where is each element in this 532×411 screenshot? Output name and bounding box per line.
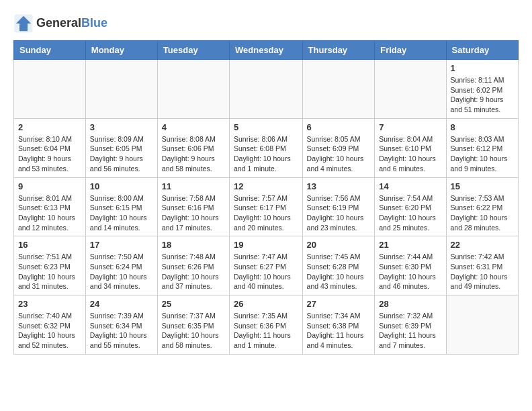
day-info: Sunrise: 7:45 AM Sunset: 6:28 PM Dayligh… xyxy=(307,252,371,291)
logo-icon xyxy=(13,13,34,34)
calendar-cell: 3Sunrise: 8:09 AM Sunset: 6:05 PM Daylig… xyxy=(85,118,157,177)
week-row-3: 16Sunrise: 7:51 AM Sunset: 6:23 PM Dayli… xyxy=(14,236,519,295)
calendar-cell xyxy=(446,295,518,355)
day-number: 1 xyxy=(451,63,514,73)
calendar-cell: 5Sunrise: 8:06 AM Sunset: 6:08 PM Daylig… xyxy=(230,118,303,177)
day-info: Sunrise: 7:32 AM Sunset: 6:39 PM Dayligh… xyxy=(379,311,441,351)
calendar-cell: 16Sunrise: 7:51 AM Sunset: 6:23 PM Dayli… xyxy=(14,236,86,295)
weekday-header-tuesday: Tuesday xyxy=(157,41,229,60)
day-info: Sunrise: 7:42 AM Sunset: 6:31 PM Dayligh… xyxy=(451,252,514,291)
day-number: 26 xyxy=(234,299,298,309)
calendar-cell: 7Sunrise: 8:04 AM Sunset: 6:10 PM Daylig… xyxy=(375,118,446,177)
calendar-cell: 15Sunrise: 7:53 AM Sunset: 6:22 PM Dayli… xyxy=(446,177,518,236)
day-info: Sunrise: 7:48 AM Sunset: 6:26 PM Dayligh… xyxy=(162,252,225,291)
calendar-cell: 19Sunrise: 7:47 AM Sunset: 6:27 PM Dayli… xyxy=(230,236,303,295)
day-number: 23 xyxy=(18,299,81,309)
day-number: 19 xyxy=(234,240,298,250)
weekday-header-thursday: Thursday xyxy=(302,41,375,60)
week-row-4: 23Sunrise: 7:40 AM Sunset: 6:32 PM Dayli… xyxy=(14,295,519,355)
day-number: 18 xyxy=(162,240,225,250)
day-info: Sunrise: 8:00 AM Sunset: 6:15 PM Dayligh… xyxy=(90,193,153,233)
day-info: Sunrise: 8:09 AM Sunset: 6:05 PM Dayligh… xyxy=(90,134,153,174)
calendar-cell: 9Sunrise: 8:01 AM Sunset: 6:13 PM Daylig… xyxy=(14,177,86,236)
day-info: Sunrise: 7:44 AM Sunset: 6:30 PM Dayligh… xyxy=(379,252,441,291)
day-info: Sunrise: 7:57 AM Sunset: 6:17 PM Dayligh… xyxy=(234,193,298,233)
week-row-2: 9Sunrise: 8:01 AM Sunset: 6:13 PM Daylig… xyxy=(14,177,519,236)
day-number: 24 xyxy=(90,299,153,309)
calendar-cell: 12Sunrise: 7:57 AM Sunset: 6:17 PM Dayli… xyxy=(230,177,303,236)
day-info: Sunrise: 7:53 AM Sunset: 6:22 PM Dayligh… xyxy=(451,193,514,233)
day-info: Sunrise: 7:56 AM Sunset: 6:19 PM Dayligh… xyxy=(307,193,371,233)
weekday-header-monday: Monday xyxy=(85,41,157,60)
calendar-cell: 14Sunrise: 7:54 AM Sunset: 6:20 PM Dayli… xyxy=(375,177,446,236)
calendar-cell: 22Sunrise: 7:42 AM Sunset: 6:31 PM Dayli… xyxy=(446,236,518,295)
day-info: Sunrise: 8:10 AM Sunset: 6:04 PM Dayligh… xyxy=(18,134,81,174)
day-info: Sunrise: 7:54 AM Sunset: 6:20 PM Dayligh… xyxy=(379,193,441,233)
calendar-cell: 21Sunrise: 7:44 AM Sunset: 6:30 PM Dayli… xyxy=(375,236,446,295)
calendar-cell: 18Sunrise: 7:48 AM Sunset: 6:26 PM Dayli… xyxy=(157,236,229,295)
day-number: 2 xyxy=(18,122,81,132)
calendar-cell xyxy=(14,60,86,119)
calendar-cell: 20Sunrise: 7:45 AM Sunset: 6:28 PM Dayli… xyxy=(302,236,375,295)
day-info: Sunrise: 7:35 AM Sunset: 6:36 PM Dayligh… xyxy=(234,311,298,351)
day-info: Sunrise: 8:11 AM Sunset: 6:02 PM Dayligh… xyxy=(451,75,514,115)
weekday-header-saturday: Saturday xyxy=(446,41,518,60)
calendar-cell: 27Sunrise: 7:34 AM Sunset: 6:38 PM Dayli… xyxy=(302,295,375,355)
weekday-header-sunday: Sunday xyxy=(14,41,86,60)
day-number: 21 xyxy=(379,240,441,250)
calendar-cell: 8Sunrise: 8:03 AM Sunset: 6:12 PM Daylig… xyxy=(446,118,518,177)
day-number: 12 xyxy=(234,181,298,191)
day-number: 6 xyxy=(307,122,371,132)
day-number: 7 xyxy=(379,122,441,132)
day-info: Sunrise: 7:40 AM Sunset: 6:32 PM Dayligh… xyxy=(18,311,81,351)
calendar-cell: 1Sunrise: 8:11 AM Sunset: 6:02 PM Daylig… xyxy=(446,60,518,119)
calendar-cell: 2Sunrise: 8:10 AM Sunset: 6:04 PM Daylig… xyxy=(14,118,86,177)
weekday-header-wednesday: Wednesday xyxy=(230,41,303,60)
day-number: 15 xyxy=(451,181,514,191)
calendar-cell: 11Sunrise: 7:58 AM Sunset: 6:16 PM Dayli… xyxy=(157,177,229,236)
day-number: 9 xyxy=(18,181,81,191)
day-info: Sunrise: 7:34 AM Sunset: 6:38 PM Dayligh… xyxy=(307,311,371,351)
day-number: 16 xyxy=(18,240,81,250)
day-number: 8 xyxy=(451,122,514,132)
day-info: Sunrise: 7:58 AM Sunset: 6:16 PM Dayligh… xyxy=(162,193,225,233)
calendar-cell: 24Sunrise: 7:39 AM Sunset: 6:34 PM Dayli… xyxy=(85,295,157,355)
day-number: 4 xyxy=(162,122,225,132)
day-info: Sunrise: 8:04 AM Sunset: 6:10 PM Dayligh… xyxy=(379,134,441,174)
day-info: Sunrise: 8:01 AM Sunset: 6:13 PM Dayligh… xyxy=(18,193,81,233)
day-info: Sunrise: 7:39 AM Sunset: 6:34 PM Dayligh… xyxy=(90,311,153,351)
day-number: 10 xyxy=(90,181,153,191)
logo: GeneralBlue xyxy=(13,13,107,34)
calendar-cell xyxy=(302,60,375,119)
header: GeneralBlue xyxy=(13,13,519,34)
day-number: 3 xyxy=(90,122,153,132)
day-info: Sunrise: 8:08 AM Sunset: 6:06 PM Dayligh… xyxy=(162,134,225,174)
day-info: Sunrise: 7:51 AM Sunset: 6:23 PM Dayligh… xyxy=(18,252,81,291)
day-number: 25 xyxy=(162,299,225,309)
day-number: 17 xyxy=(90,240,153,250)
calendar: SundayMondayTuesdayWednesdayThursdayFrid… xyxy=(13,40,519,355)
day-info: Sunrise: 7:50 AM Sunset: 6:24 PM Dayligh… xyxy=(90,252,153,291)
calendar-cell: 6Sunrise: 8:05 AM Sunset: 6:09 PM Daylig… xyxy=(302,118,375,177)
day-info: Sunrise: 8:03 AM Sunset: 6:12 PM Dayligh… xyxy=(451,134,514,174)
day-number: 14 xyxy=(379,181,441,191)
calendar-cell: 25Sunrise: 7:37 AM Sunset: 6:35 PM Dayli… xyxy=(157,295,229,355)
logo-blue: Blue xyxy=(81,16,107,30)
calendar-cell: 23Sunrise: 7:40 AM Sunset: 6:32 PM Dayli… xyxy=(14,295,86,355)
calendar-cell: 17Sunrise: 7:50 AM Sunset: 6:24 PM Dayli… xyxy=(85,236,157,295)
weekday-header-row: SundayMondayTuesdayWednesdayThursdayFrid… xyxy=(14,41,519,60)
day-number: 20 xyxy=(307,240,371,250)
calendar-cell xyxy=(230,60,303,119)
calendar-cell: 13Sunrise: 7:56 AM Sunset: 6:19 PM Dayli… xyxy=(302,177,375,236)
day-number: 27 xyxy=(307,299,371,309)
calendar-cell xyxy=(157,60,229,119)
calendar-cell xyxy=(85,60,157,119)
calendar-cell xyxy=(375,60,446,119)
day-info: Sunrise: 8:05 AM Sunset: 6:09 PM Dayligh… xyxy=(307,134,371,174)
day-number: 13 xyxy=(307,181,371,191)
day-number: 22 xyxy=(451,240,514,250)
calendar-cell: 26Sunrise: 7:35 AM Sunset: 6:36 PM Dayli… xyxy=(230,295,303,355)
calendar-cell: 28Sunrise: 7:32 AM Sunset: 6:39 PM Dayli… xyxy=(375,295,446,355)
weekday-header-friday: Friday xyxy=(375,41,446,60)
day-info: Sunrise: 7:37 AM Sunset: 6:35 PM Dayligh… xyxy=(162,311,225,351)
